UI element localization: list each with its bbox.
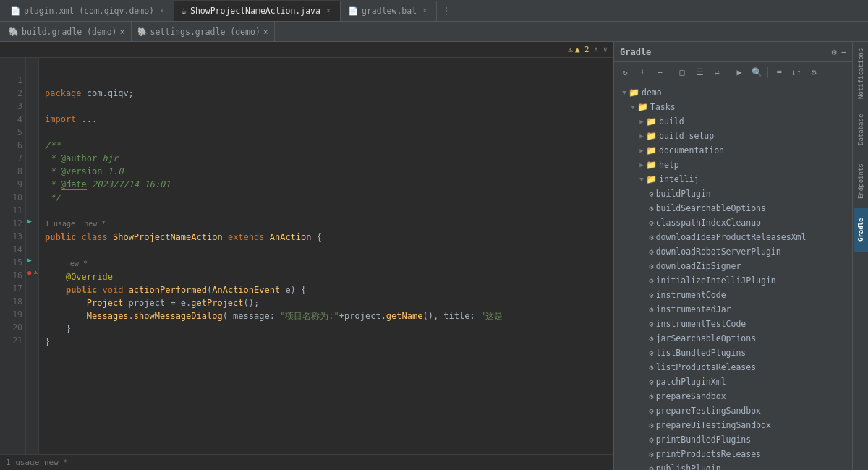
- file-tab-build-gradle[interactable]: 🐘 build.gradle (demo) ×: [3, 22, 132, 41]
- tree-arrow-demo: ▼: [620, 89, 629, 96]
- tree-build-setup[interactable]: ▶ 📁 build setup: [614, 129, 852, 143]
- tree-build[interactable]: ▶ 📁 build: [614, 114, 852, 129]
- close-build-gradle[interactable]: ×: [120, 27, 125, 37]
- gradle-settings-icon[interactable]: ⚙: [832, 47, 837, 57]
- close-plugin-xml[interactable]: ×: [158, 7, 166, 15]
- gutter: ▶ ▶ ● ⚠: [26, 58, 39, 454]
- gear-downloadRobotServerPlugin: ⚙: [649, 247, 654, 257]
- tree-arrow-build: ▶: [637, 118, 646, 125]
- toolbar-sep3: [767, 67, 768, 78]
- tab-endpoints[interactable]: Endpoints: [854, 156, 868, 207]
- tree-label-demo: demo: [642, 87, 662, 98]
- gradle-tree[interactable]: ▼ 📁 demo ▼ 📁 Tasks ▶ 📁 build ▶: [614, 82, 852, 470]
- tree-root-demo[interactable]: ▼ 📁 demo: [614, 85, 852, 100]
- gear-instrumentTestCode: ⚙: [649, 320, 654, 329]
- gradle-side-label: Gradle: [857, 218, 864, 242]
- tree-task-buildSearchableOptions[interactable]: ⚙ buildSearchableOptions: [614, 201, 852, 215]
- tree-task-downloadIdeaProductReleasesXml[interactable]: ⚙ downloadIdeaProductReleasesXml: [614, 230, 852, 244]
- tree-arrow-help: ▶: [637, 161, 646, 168]
- tab-notifications[interactable]: Notifications: [854, 45, 868, 103]
- gradle-header: Gradle ⚙ −: [614, 42, 852, 62]
- tree-task-printBundledPlugins[interactable]: ⚙ printBundledPlugins: [614, 432, 852, 447]
- tree-task-instrumentedJar[interactable]: ⚙ instrumentedJar: [614, 302, 852, 317]
- gear-printProductsReleases: ⚙: [649, 450, 654, 459]
- close-show-project[interactable]: ×: [324, 7, 333, 15]
- tree-task-prepareTestingSandbox[interactable]: ⚙ prepareTestingSandbox: [614, 403, 852, 418]
- editor-header: ⚠ ▲ 2 ∧ ∨: [0, 42, 613, 58]
- tab-show-project[interactable]: ☕ ShowProjectNameAction.java ×: [174, 1, 341, 21]
- tab-gradlew[interactable]: 📄 gradlew.bat ×: [341, 1, 437, 21]
- tab-gradle-side[interactable]: Gradle: [854, 208, 868, 252]
- close-settings-gradle[interactable]: ×: [263, 27, 268, 37]
- doc-folder-icon: 📁: [646, 145, 657, 155]
- help-folder-icon: 📁: [646, 160, 657, 170]
- gutter-run-icon[interactable]: ▶: [27, 217, 32, 225]
- label-listProductsReleases: listProductsReleases: [656, 362, 756, 372]
- gear-prepareSandbox: ⚙: [649, 392, 654, 401]
- tree-arrow-intellij: ▼: [637, 176, 646, 183]
- nav-up[interactable]: ∧: [592, 45, 600, 54]
- gear-listBundledPlugins: ⚙: [649, 349, 654, 358]
- tree-documentation[interactable]: ▶ 📁 documentation: [614, 143, 852, 158]
- toolbar-link[interactable]: ⇌: [709, 64, 725, 80]
- toolbar-remove[interactable]: −: [652, 64, 668, 80]
- gradle-panel: Gradle ⚙ − ↻ + − □ ☰ ⇌ ▶ 🔍 ≡ ↓↑ ⚙ ▼ 📁: [613, 42, 852, 470]
- toolbar-group[interactable]: ☰: [692, 64, 707, 80]
- main-area: ⚠ ▲ 2 ∧ ∨ 1 2 3 4 5 6 7 8 9 10 1: [0, 42, 868, 470]
- warning-icon: ⚠: [568, 45, 573, 54]
- gradle-toolbar: ↻ + − □ ☰ ⇌ ▶ 🔍 ≡ ↓↑ ⚙: [614, 62, 852, 82]
- database-label: Database: [857, 114, 864, 145]
- toolbar-settings[interactable]: ⚙: [806, 64, 822, 80]
- tree-task-prepareUiTestingSandbox[interactable]: ⚙ prepareUiTestingSandbox: [614, 418, 852, 432]
- gear-buildSearchableOptions: ⚙: [649, 204, 654, 213]
- tree-help[interactable]: ▶ 📁 help: [614, 158, 852, 172]
- nav-down[interactable]: ∨: [601, 45, 609, 54]
- gear-patchPluginXml: ⚙: [649, 377, 654, 387]
- gear-prepareUiTestingSandbox: ⚙: [649, 421, 654, 430]
- gutter-run2-icon[interactable]: ▶: [27, 256, 32, 264]
- toolbar-add[interactable]: +: [634, 64, 650, 80]
- toolbar-sort[interactable]: ↓↑: [788, 64, 804, 80]
- tree-task-instrumentCode[interactable]: ⚙ instrumentCode: [614, 288, 852, 302]
- code-lines[interactable]: package com.qiqv; import ... /** * @auth…: [39, 58, 613, 454]
- tree-arrow-documentation: ▶: [637, 147, 646, 154]
- toolbar-run[interactable]: ▶: [731, 64, 747, 80]
- tree-task-listProductsReleases[interactable]: ⚙ listProductsReleases: [614, 360, 852, 375]
- breakpoint-icon[interactable]: ●: [27, 269, 31, 276]
- close-gradlew[interactable]: ×: [420, 7, 429, 15]
- tree-task-classpathIndexCleanup[interactable]: ⚙ classpathIndexCleanup: [614, 215, 852, 230]
- tab-plugin-xml[interactable]: 📄 plugin.xml (com.qiqv.demo) ×: [3, 1, 174, 21]
- toolbar-refresh[interactable]: ↻: [617, 64, 633, 80]
- tree-task-prepareSandbox[interactable]: ⚙ prepareSandbox: [614, 389, 852, 403]
- tree-task-initializeIntelliJPlugin[interactable]: ⚙ initializeIntelliJPlugin: [614, 273, 852, 288]
- tree-task-publishPlugin[interactable]: ⚙ publishPlugin: [614, 461, 852, 470]
- tree-intellij[interactable]: ▼ 📁 intellij: [614, 172, 852, 187]
- toolbar-debug[interactable]: 🔍: [749, 64, 765, 80]
- tree-task-printProductsReleases[interactable]: ⚙ printProductsReleases: [614, 447, 852, 461]
- nav-arrows: ∧ ∨: [592, 45, 609, 54]
- label-classpathIndexCleanup: classpathIndexCleanup: [656, 218, 761, 228]
- tree-tasks[interactable]: ▼ 📁 Tasks: [614, 100, 852, 114]
- toolbar-more[interactable]: ≡: [771, 64, 787, 80]
- more-tabs-button[interactable]: ⋮: [437, 5, 456, 17]
- gradle-title: Gradle: [620, 47, 827, 57]
- tab-database[interactable]: Database: [854, 104, 868, 155]
- tree-task-jarSearchableOptions[interactable]: ⚙ jarSearchableOptions: [614, 331, 852, 346]
- toolbar-expand[interactable]: □: [674, 64, 690, 80]
- label-jarSearchableOptions: jarSearchableOptions: [656, 333, 756, 343]
- bat-file-icon: 📄: [348, 6, 358, 16]
- tree-task-downloadZipSigner[interactable]: ⚙ downloadZipSigner: [614, 259, 852, 273]
- tree-task-patchPluginXml[interactable]: ⚙ patchPluginXml: [614, 375, 852, 389]
- tree-task-buildPlugin[interactable]: ⚙ buildPlugin: [614, 187, 852, 201]
- code-editor: ⚠ ▲ 2 ∧ ∨ 1 2 3 4 5 6 7 8 9 10 1: [0, 42, 613, 470]
- tree-task-instrumentTestCode[interactable]: ⚙ instrumentTestCode: [614, 317, 852, 331]
- intellij-folder-icon: 📁: [646, 174, 657, 184]
- file-tab-settings-gradle[interactable]: 🐘 settings.gradle (demo) ×: [132, 22, 275, 41]
- tree-task-downloadRobotServerPlugin[interactable]: ⚙ downloadRobotServerPlugin: [614, 244, 852, 259]
- breadcrumb-text: 1 usage new *: [6, 458, 68, 467]
- demo-folder-icon: 📁: [629, 87, 639, 98]
- tree-task-listBundledPlugins[interactable]: ⚙ listBundledPlugins: [614, 346, 852, 360]
- gradle-minimize-icon[interactable]: −: [841, 47, 846, 57]
- code-area: 1 2 3 4 5 6 7 8 9 10 11 12 13 14 15 16 1…: [0, 58, 613, 454]
- gear-downloadIdea: ⚙: [649, 233, 654, 242]
